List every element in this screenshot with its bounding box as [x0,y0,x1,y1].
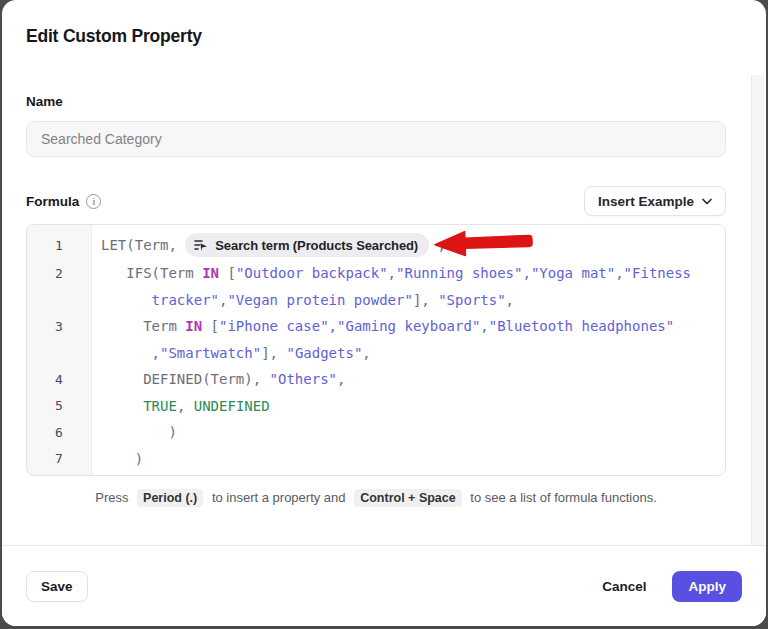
code-row: ,"Smartwatch"], "Gadgets", [27,340,725,367]
name-input[interactable] [26,121,726,157]
kbd-period: Period (.) [137,489,203,507]
code-line: LET(Term, Search term (Products Searched… [91,233,446,257]
line-number: 1 [27,238,91,253]
kbd-control-space: Control + Space [354,489,462,507]
insert-example-label: Insert Example [598,194,694,209]
modal-body: Name Formula i Insert Example 1LET(Term, [2,75,766,545]
modal-footer: Save Cancel Apply [2,545,766,626]
modal-header: Edit Custom Property [2,0,766,75]
code-rows: 1LET(Term, Search term (Products Searche… [27,230,725,472]
code-line: ) [91,451,143,467]
code-line: IFS(Term IN ["Outdoor backpack","Running… [91,265,691,281]
code-row: 7 ) [27,446,725,473]
apply-button[interactable]: Apply [672,571,742,602]
code-row: 5 TRUE, UNDEFINED [27,393,725,420]
edit-custom-property-modal: Edit Custom Property Name Formula i Inse… [2,0,766,626]
property-chip-label: Search term (Products Searched) [215,238,418,253]
formula-header-row: Formula i Insert Example [26,186,726,216]
formula-help-text: Press Period (.) to insert a property an… [26,489,726,507]
line-number: 2 [27,266,91,281]
modal-title: Edit Custom Property [26,26,742,47]
help-part3: to see a list of formula functions. [470,490,656,505]
footer-right-group: Cancel Apply [602,571,742,602]
save-button[interactable]: Save [26,571,88,602]
property-chip[interactable]: Search term (Products Searched) [185,233,429,257]
code-line: ,"Smartwatch"], "Gadgets", [91,345,371,361]
formula-code-editor[interactable]: 1LET(Term, Search term (Products Searche… [26,224,726,476]
line-number: 4 [27,372,91,387]
line-number: 5 [27,398,91,413]
line-number: 7 [27,451,91,466]
code-row: tracker","Vegan protein powder"], "Sport… [27,287,725,314]
code-row: 4 DEFINED(Term), "Others", [27,366,725,393]
code-row: 1LET(Term, Search term (Products Searche… [27,230,725,260]
chevron-down-icon [702,198,712,205]
code-line: DEFINED(Term), "Others", [91,371,345,387]
info-icon[interactable]: i [86,194,101,209]
line-number: 3 [27,319,91,334]
name-field-label: Name [26,94,726,109]
formula-label-wrap: Formula i [26,194,101,209]
cancel-button[interactable]: Cancel [602,571,646,602]
code-row: 3 Term IN ["iPhone case","Gaming keyboar… [27,313,725,340]
help-part2: to insert a property and [212,490,346,505]
code-row: 6 ) [27,419,725,446]
scrollbar-track[interactable] [751,75,764,545]
line-number: 6 [27,425,91,440]
code-line: tracker","Vegan protein powder"], "Sport… [91,292,514,308]
code-line: Term IN ["iPhone case","Gaming keyboard"… [91,318,674,334]
code-line: TRUE, UNDEFINED [91,398,270,414]
formula-label: Formula [26,194,79,209]
code-line: ) [91,424,177,440]
red-arrow-annotation [433,227,534,258]
property-list-icon [194,238,208,252]
help-part1: Press [95,490,128,505]
code-row: 2 IFS(Term IN ["Outdoor backpack","Runni… [27,260,725,287]
insert-example-button[interactable]: Insert Example [584,186,726,216]
